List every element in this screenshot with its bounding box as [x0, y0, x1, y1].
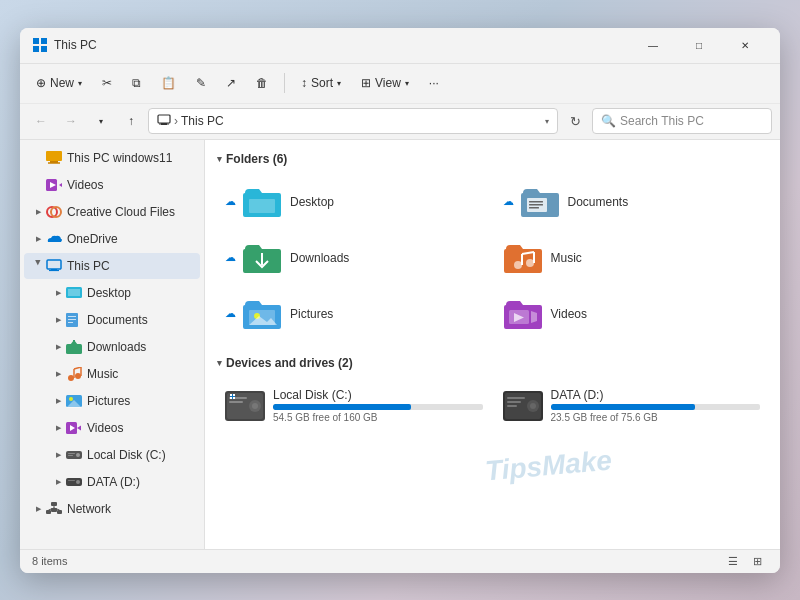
folder-item-music[interactable]: Music	[495, 232, 769, 284]
sidebar-item-this-pc[interactable]: ▶ This PC	[24, 253, 200, 279]
sort-button[interactable]: ↕ Sort ▾	[293, 69, 349, 97]
drive-item-data-d[interactable]: DATA (D:) 23.5 GB free of 75.6 GB	[495, 380, 769, 432]
local-disk-icon	[66, 447, 82, 463]
copy-button[interactable]: ⧉	[124, 69, 149, 97]
folder-icon-videos	[503, 294, 543, 334]
minimize-button[interactable]: —	[630, 28, 676, 64]
sidebar-item-this-pc-windows11[interactable]: This PC windows11	[24, 145, 200, 171]
cut-button[interactable]: ✂	[94, 69, 120, 97]
pc-windows11-icon	[46, 150, 62, 166]
up-button[interactable]: ↑	[118, 108, 144, 134]
new-button[interactable]: ⊕ New ▾	[28, 69, 90, 97]
data-d-icon	[66, 474, 82, 490]
cloud-sync-downloads-icon: ☁	[225, 251, 236, 264]
drive-icon-local-c	[225, 386, 265, 426]
svg-rect-56	[529, 207, 539, 209]
sidebar: This PC windows11 Videos ▶	[20, 140, 205, 549]
svg-rect-76	[230, 394, 232, 396]
view-button[interactable]: ⊞ View ▾	[353, 69, 417, 97]
expand-arrow-videos: ▶	[52, 424, 64, 432]
sidebar-item-music[interactable]: ▶ Music	[24, 361, 200, 387]
sidebar-label-onedrive: OneDrive	[67, 232, 118, 246]
close-button[interactable]: ✕	[722, 28, 768, 64]
recent-locations-button[interactable]: ▾	[88, 108, 114, 134]
svg-rect-41	[68, 455, 73, 456]
view-chevron-icon: ▾	[405, 79, 409, 88]
refresh-button[interactable]: ↻	[562, 108, 588, 134]
folders-section-header[interactable]: ▾ Folders (6)	[217, 152, 768, 166]
toolbar: ⊕ New ▾ ✂ ⧉ 📋 ✎ ↗ 🗑 ↕ Sort ▾ ⊞ View	[20, 64, 780, 104]
drives-grid: Local Disk (C:) 54.5 GB free of 160 GB	[217, 380, 768, 432]
address-path[interactable]: › This PC ▾	[148, 108, 558, 134]
toolbar-separator	[284, 73, 285, 93]
svg-line-30	[74, 367, 81, 369]
delete-button[interactable]: 🗑	[248, 69, 276, 97]
sort-chevron-icon: ▾	[337, 79, 341, 88]
sidebar-item-downloads[interactable]: ▶ Downloads	[24, 334, 200, 360]
expand-arrow-onedrive: ▶	[32, 235, 44, 243]
drive-item-local-c[interactable]: Local Disk (C:) 54.5 GB free of 160 GB	[217, 380, 491, 432]
share-button[interactable]: ↗	[218, 69, 244, 97]
view-label: View	[375, 76, 401, 90]
title-bar-controls: — □ ✕	[630, 28, 768, 64]
sidebar-item-data-d[interactable]: ▶ DATA (D:)	[24, 469, 200, 495]
drive-c-bar-bg	[273, 404, 483, 410]
folder-item-documents[interactable]: ☁ Documents	[495, 176, 769, 228]
network-icon	[46, 501, 62, 517]
watermark: TipsMake	[484, 444, 613, 487]
svg-point-59	[526, 259, 534, 267]
sort-label: Sort	[311, 76, 333, 90]
folder-item-downloads[interactable]: ☁ Downloads	[217, 232, 491, 284]
cloud-sync-desktop-icon: ☁	[225, 195, 236, 208]
drive-c-free: 54.5 GB free of 160 GB	[273, 412, 483, 423]
folder-item-videos[interactable]: Videos	[495, 288, 769, 340]
expand-arrow-local-disk: ▶	[52, 451, 64, 459]
svg-point-83	[530, 403, 536, 409]
pictures-icon	[66, 393, 82, 409]
folder-name-music: Music	[551, 251, 582, 265]
back-button[interactable]: ←	[28, 108, 54, 134]
svg-rect-4	[158, 115, 170, 123]
folder-item-desktop[interactable]: ☁ Desktop	[217, 176, 491, 228]
drive-c-name: Local Disk (C:)	[273, 388, 483, 402]
search-box[interactable]: 🔍 Search This PC	[592, 108, 772, 134]
paste-button[interactable]: 📋	[153, 69, 184, 97]
folder-item-pictures[interactable]: ☁ Pictures	[217, 288, 491, 340]
sidebar-item-creative-cloud[interactable]: ▶ Creative Cloud Files	[24, 199, 200, 225]
folder-icon-documents	[520, 182, 560, 222]
sidebar-label-desktop: Desktop	[87, 286, 131, 300]
expand-arrow-pictures: ▶	[52, 397, 64, 405]
drives-section-header[interactable]: ▾ Devices and drives (2)	[217, 356, 768, 370]
drive-c-info: Local Disk (C:) 54.5 GB free of 160 GB	[273, 388, 483, 423]
file-explorer-window: This PC — □ ✕ ⊕ New ▾ ✂ ⧉ 📋 ✎ ↗ 🗑	[20, 28, 780, 573]
sidebar-item-onedrive[interactable]: ▶ OneDrive	[24, 226, 200, 252]
sidebar-item-local-disk-c[interactable]: ▶ Local Disk (C:)	[24, 442, 200, 468]
title-bar: This PC — □ ✕	[20, 28, 780, 64]
sidebar-label-local-disk-c: Local Disk (C:)	[87, 448, 166, 462]
sidebar-item-pictures[interactable]: ▶ Pictures	[24, 388, 200, 414]
svg-rect-46	[46, 510, 51, 514]
sidebar-item-documents[interactable]: ▶ Documents	[24, 307, 200, 333]
share-icon: ↗	[226, 76, 236, 90]
sidebar-item-videos[interactable]: ▶ Videos	[24, 415, 200, 441]
forward-button[interactable]: →	[58, 108, 84, 134]
breadcrumb-pc-icon	[157, 113, 174, 130]
maximize-button[interactable]: □	[676, 28, 722, 64]
sidebar-item-network[interactable]: ▶ Network	[24, 496, 200, 522]
sidebar-label-network: Network	[67, 502, 111, 516]
svg-rect-85	[507, 401, 521, 403]
onedrive-icon	[46, 231, 62, 247]
sidebar-item-desktop[interactable]: ▶ Desktop	[24, 280, 200, 306]
svg-point-43	[76, 480, 80, 484]
list-view-button[interactable]: ☰	[722, 552, 744, 570]
more-button[interactable]: ···	[421, 69, 447, 97]
sidebar-item-videos-top[interactable]: Videos	[24, 172, 200, 198]
grid-view-button[interactable]: ⊞	[746, 552, 768, 570]
documents-icon	[66, 312, 82, 328]
sidebar-label-this-pc-windows11: This PC windows11	[67, 151, 172, 165]
title-bar-left: This PC	[32, 37, 630, 53]
rename-button[interactable]: ✎	[188, 69, 214, 97]
svg-rect-2	[33, 46, 39, 52]
videos-icon	[66, 420, 82, 436]
drives-section-label: Devices and drives (2)	[226, 356, 353, 370]
